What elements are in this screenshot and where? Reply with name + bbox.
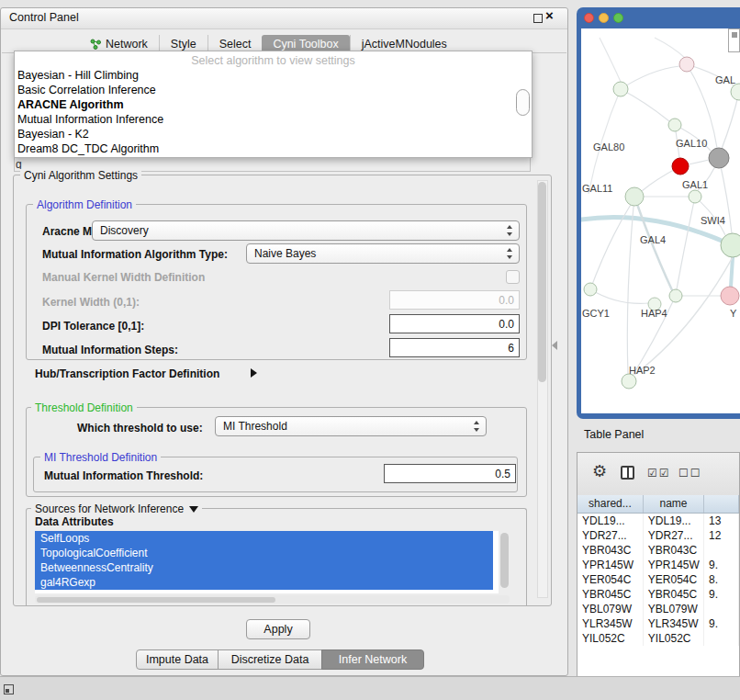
- tab-impute-data[interactable]: Impute Data: [136, 649, 219, 670]
- splitter-arrow-icon[interactable]: [552, 341, 557, 350]
- float-window-icon[interactable]: [533, 14, 543, 23]
- network-node[interactable]: [622, 374, 636, 389]
- table-row[interactable]: YBR043CYBR043C: [577, 543, 739, 558]
- table-cell[interactable]: 8.: [704, 572, 739, 587]
- network-node[interactable]: [672, 158, 689, 175]
- tab-infer-network[interactable]: Infer Network: [321, 649, 424, 670]
- algorithm-option[interactable]: Mutual Information Inference: [15, 112, 532, 127]
- table-cell[interactable]: YBR043C: [577, 543, 644, 558]
- network-node[interactable]: [721, 233, 740, 257]
- panel-dock-icon[interactable]: [4, 684, 14, 694]
- network-node[interactable]: [709, 148, 729, 168]
- table-cell[interactable]: YLR345W: [644, 616, 704, 631]
- node-label: GAL11: [582, 183, 612, 194]
- table-cell[interactable]: YDL19...: [577, 514, 644, 528]
- attribute-hscrollbar-thumb[interactable]: [37, 597, 275, 603]
- algorithm-option[interactable]: Basic Correlation Inference: [15, 83, 532, 97]
- table-cell[interactable]: YDL19...: [644, 514, 704, 528]
- table-row[interactable]: YPR145WYPR145W9.: [577, 558, 739, 572]
- mi-type-combo[interactable]: Naive Bayes: [246, 243, 520, 264]
- network-canvas[interactable]: GALGAL80GAL10GAL11GAL1SWI4GAL4GCY1HAP4HA…: [581, 28, 740, 413]
- network-node[interactable]: [731, 84, 740, 100]
- node-label: Y: [730, 308, 737, 319]
- deselect-all-icon[interactable]: ☐☐: [678, 467, 702, 480]
- chevron-down-icon[interactable]: [189, 506, 198, 513]
- popup-scrollbar-thumb[interactable]: [516, 89, 530, 116]
- attribute-item[interactable]: gal4RGexp: [35, 575, 493, 590]
- sources-legend[interactable]: Sources for Network Inference: [31, 502, 202, 515]
- network-node[interactable]: [689, 190, 701, 203]
- zoom-traffic-light[interactable]: [613, 13, 623, 23]
- chevron-right-icon[interactable]: [251, 368, 257, 378]
- node-label: GAL80: [593, 141, 624, 152]
- table-cell[interactable]: YIL052C: [644, 631, 704, 646]
- table-cell[interactable]: 12: [704, 528, 739, 543]
- mi-threshold-field[interactable]: [384, 464, 516, 483]
- table-cell[interactable]: YER054C: [577, 572, 644, 587]
- birdseye-thumb[interactable]: [732, 32, 737, 38]
- network-node[interactable]: [721, 287, 739, 305]
- table-row[interactable]: YDL19...YDL19...13: [577, 514, 739, 528]
- network-node[interactable]: [679, 57, 694, 72]
- algorithm-option[interactable]: Bayesian - Hill Climbing: [15, 68, 532, 83]
- algorithm-option[interactable]: Bayesian - K2: [15, 127, 532, 141]
- table-row[interactable]: YBR045CYBR045C9.: [577, 587, 739, 602]
- table-cell[interactable]: YPR145W: [644, 558, 704, 572]
- table-cell[interactable]: [704, 602, 739, 616]
- tab-discretize-data[interactable]: Discretize Data: [218, 649, 322, 670]
- table-cell[interactable]: YBL079W: [644, 602, 704, 616]
- network-node[interactable]: [584, 283, 597, 296]
- table-cell[interactable]: YPR145W: [577, 558, 644, 572]
- table-cell[interactable]: YDR27...: [644, 528, 704, 543]
- columns-icon[interactable]: [621, 466, 634, 480]
- gear-icon[interactable]: ⚙: [592, 463, 607, 480]
- attribute-scrollbar-track[interactable]: [499, 531, 510, 593]
- network-node[interactable]: [625, 187, 644, 206]
- algorithm-option[interactable]: Dream8 DC_TDC Algorithm: [15, 141, 532, 156]
- close-icon[interactable]: ×: [545, 9, 554, 22]
- table-cell[interactable]: YBR045C: [577, 587, 644, 602]
- table-cell[interactable]: YIL052C: [577, 631, 644, 646]
- close-traffic-light[interactable]: [584, 13, 594, 23]
- column-header-clipped[interactable]: [704, 495, 739, 513]
- table-cell[interactable]: 13: [704, 514, 739, 528]
- table-row[interactable]: YLR345WYLR345W9.: [577, 616, 739, 631]
- attribute-scrollbar-thumb[interactable]: [500, 533, 509, 588]
- aracne-mode-combo[interactable]: Discovery: [92, 220, 520, 241]
- dpi-tolerance-field[interactable]: [389, 314, 520, 333]
- apply-button[interactable]: Apply: [246, 619, 310, 639]
- network-node[interactable]: [669, 289, 682, 302]
- which-threshold-combo[interactable]: MI Threshold: [215, 416, 487, 436]
- table-cell[interactable]: [704, 631, 739, 646]
- column-header-shared-name[interactable]: shared...: [577, 495, 644, 513]
- birdseye-widget[interactable]: [728, 28, 740, 52]
- hub-definition-label[interactable]: Hub/Transcription Factor Definition: [35, 367, 219, 380]
- table-cell[interactable]: 9.: [704, 587, 739, 602]
- attribute-item[interactable]: BetweennessCentrality: [35, 560, 493, 575]
- attribute-item[interactable]: TopologicalCoefficient: [35, 546, 493, 560]
- mi-steps-field[interactable]: [389, 338, 520, 357]
- table-cell[interactable]: YBR043C: [644, 543, 704, 558]
- table-row[interactable]: YDR27...YDR27...12: [577, 528, 739, 543]
- table-cell[interactable]: YBL079W: [577, 602, 644, 616]
- table-cell[interactable]: YLR345W: [577, 616, 644, 631]
- table-cell[interactable]: YBR045C: [644, 587, 704, 602]
- hidden-groupbox-border-left: [14, 158, 15, 171]
- network-node[interactable]: [668, 119, 681, 131]
- network-node[interactable]: [613, 82, 628, 96]
- table-cell[interactable]: YDR27...: [577, 528, 644, 543]
- attribute-item[interactable]: SelfLoops: [35, 531, 493, 546]
- settings-scrollbar-thumb[interactable]: [538, 182, 546, 382]
- table-row[interactable]: YBL079WYBL079W: [577, 602, 739, 616]
- algorithm-option[interactable]: ARACNE Algorithm: [15, 97, 532, 112]
- attribute-hscrollbar-track[interactable]: [35, 595, 510, 604]
- table-cell[interactable]: [704, 543, 739, 558]
- column-header-name[interactable]: name: [644, 495, 704, 513]
- table-cell[interactable]: 9.: [704, 616, 739, 631]
- minimize-traffic-light[interactable]: [599, 13, 609, 23]
- table-row[interactable]: YER054CYER054C8.: [577, 572, 739, 587]
- table-row[interactable]: YIL052CYIL052C: [577, 631, 739, 646]
- table-cell[interactable]: YER054C: [644, 572, 704, 587]
- table-cell[interactable]: 9.: [704, 558, 739, 572]
- select-all-icon[interactable]: ☑☑: [647, 467, 671, 480]
